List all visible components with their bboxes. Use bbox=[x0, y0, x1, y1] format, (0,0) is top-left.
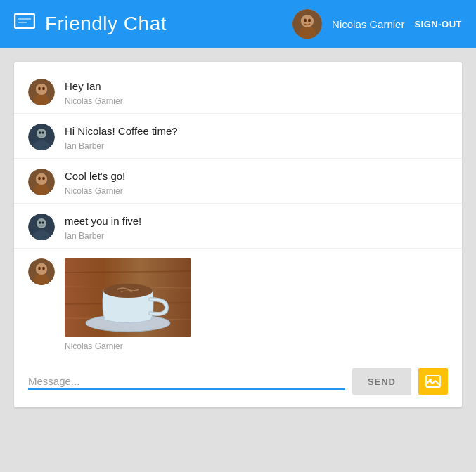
input-area: SEND bbox=[14, 358, 462, 407]
svg-point-36 bbox=[42, 267, 45, 270]
chat-icon bbox=[14, 13, 35, 35]
message-text: Hey Ian bbox=[65, 79, 448, 93]
message-input[interactable] bbox=[28, 374, 345, 390]
message-item: Nicolas Garnier bbox=[14, 249, 462, 358]
message-sender: Nicolas Garnier bbox=[65, 96, 448, 106]
message-input-wrapper bbox=[28, 374, 345, 390]
send-button[interactable]: SEND bbox=[352, 368, 411, 395]
message-item: Hi Nicolas! Coffee time? Ian Barber bbox=[14, 114, 462, 159]
messages-list: Hey Ian Nicolas Garnier bbox=[14, 62, 462, 358]
message-sender: Ian Barber bbox=[65, 231, 448, 241]
svg-point-13 bbox=[38, 87, 41, 90]
message-sender: Nicolas Garnier bbox=[65, 341, 448, 351]
message-item: Hey Ian Nicolas Garnier bbox=[14, 69, 462, 114]
svg-point-19 bbox=[42, 131, 44, 134]
svg-point-30 bbox=[42, 221, 44, 224]
input-row: SEND bbox=[28, 368, 448, 395]
svg-point-6 bbox=[301, 15, 314, 27]
svg-point-16 bbox=[37, 129, 46, 138]
svg-point-35 bbox=[38, 267, 41, 270]
svg-point-23 bbox=[36, 173, 47, 185]
svg-rect-0 bbox=[15, 14, 34, 28]
message-item: Cool let's go! Nicolas Garnier bbox=[14, 159, 462, 204]
message-text: Cool let's go! bbox=[65, 169, 448, 183]
message-body: Cool let's go! Nicolas Garnier bbox=[65, 169, 448, 196]
svg-point-25 bbox=[42, 177, 45, 180]
signout-button[interactable]: SIGN-OUT bbox=[414, 19, 462, 29]
message-image bbox=[65, 258, 448, 337]
svg-point-24 bbox=[38, 177, 41, 180]
header-right: Nicolas Garnier SIGN-OUT bbox=[292, 9, 462, 39]
svg-point-27 bbox=[37, 218, 46, 228]
avatar bbox=[28, 79, 55, 105]
avatar bbox=[28, 124, 55, 150]
message-item: meet you in five! Ian Barber bbox=[14, 204, 462, 249]
message-body: Hey Ian Nicolas Garnier bbox=[65, 79, 448, 106]
app-header: Friendly Chat Nicolas Garnier SIGN-OUT bbox=[0, 0, 476, 48]
svg-point-12 bbox=[36, 84, 47, 95]
header-username: Nicolas Garnier bbox=[332, 18, 404, 30]
svg-point-18 bbox=[39, 131, 41, 134]
svg-point-7 bbox=[304, 19, 307, 22]
message-text: Hi Nicolas! Coffee time? bbox=[65, 124, 448, 138]
message-sender: Nicolas Garnier bbox=[65, 186, 448, 196]
svg-point-14 bbox=[42, 87, 45, 90]
header-left: Friendly Chat bbox=[14, 13, 167, 35]
svg-point-34 bbox=[36, 263, 47, 275]
avatar bbox=[28, 258, 55, 285]
app-title: Friendly Chat bbox=[45, 13, 167, 35]
svg-point-8 bbox=[308, 19, 311, 22]
message-sender: Ian Barber bbox=[65, 141, 448, 151]
svg-point-29 bbox=[39, 221, 41, 224]
chat-card: Hey Ian Nicolas Garnier bbox=[14, 62, 462, 407]
message-body: Hi Nicolas! Coffee time? Ian Barber bbox=[65, 124, 448, 151]
message-text: meet you in five! bbox=[65, 214, 448, 228]
message-body: meet you in five! Ian Barber bbox=[65, 214, 448, 241]
avatar bbox=[28, 214, 55, 240]
avatar bbox=[28, 169, 55, 195]
image-upload-button[interactable] bbox=[418, 368, 448, 395]
user-avatar bbox=[292, 9, 322, 39]
chat-wrapper: Hey Ian Nicolas Garnier bbox=[0, 48, 476, 421]
message-body: Nicolas Garnier bbox=[65, 258, 448, 351]
